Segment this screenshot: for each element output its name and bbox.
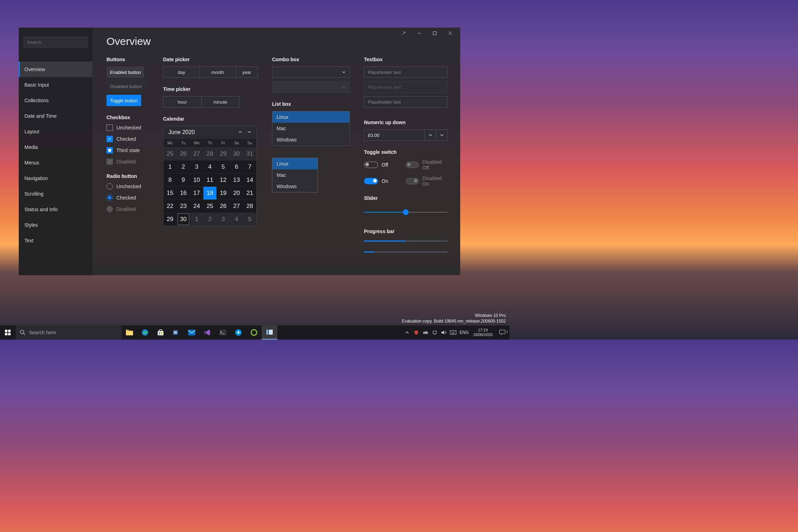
calendar-day[interactable]: 21 (243, 186, 256, 200)
taskbar-edge-icon[interactable] (137, 325, 153, 340)
nav-item-styles[interactable]: Styles (19, 217, 92, 233)
calendar-day[interactable]: 7 (243, 160, 256, 173)
calendar-day[interactable]: 2 (177, 160, 190, 173)
taskbar-terminal-icon[interactable] (215, 325, 231, 340)
calendar-day[interactable]: 30 (177, 213, 190, 226)
calendar-day[interactable]: 28 (203, 147, 217, 160)
listbox-item[interactable]: Linux (272, 111, 349, 123)
listbox-item[interactable]: Linux (272, 158, 318, 169)
nav-item-status-and-info[interactable]: Status and Info (19, 202, 92, 217)
calendar-day[interactable]: 6 (230, 160, 243, 173)
nav-item-scrolling[interactable]: Scrolling (19, 186, 92, 202)
time-picker-hour[interactable]: hour (163, 97, 202, 107)
nav-item-basic-input[interactable]: Basic Input (19, 77, 92, 93)
taskbar-mail-icon[interactable] (184, 325, 200, 340)
calendar-day[interactable]: 26 (216, 200, 230, 213)
calendar-day[interactable]: 31 (243, 147, 256, 160)
tray-language[interactable]: ENG (458, 330, 470, 335)
calendar-day[interactable]: 10 (190, 173, 203, 186)
sidebar-search-input[interactable] (24, 37, 87, 47)
tray-volume-icon[interactable] (439, 325, 449, 340)
nav-item-overview[interactable]: Overview (19, 62, 92, 77)
calendar-day[interactable]: 25 (163, 147, 177, 160)
taskbar-app-blue-icon[interactable] (231, 325, 246, 340)
maximize-button[interactable] (427, 29, 443, 37)
toggle-off[interactable]: Off (364, 159, 406, 170)
listbox-2[interactable]: LinuxMacWindows (272, 158, 318, 192)
taskbar-current-app-icon[interactable] (262, 325, 277, 340)
calendar-day[interactable]: 19 (216, 186, 230, 200)
listbox-1[interactable]: LinuxMacWindows (272, 111, 350, 146)
radio-checked[interactable]: Checked (106, 195, 149, 201)
tray-security-icon[interactable] (412, 325, 421, 340)
calendar-day[interactable]: 18 (203, 186, 217, 200)
calendar-day[interactable]: 24 (190, 200, 203, 213)
nav-item-layout[interactable]: Layout (19, 124, 92, 139)
calendar-day[interactable]: 4 (203, 160, 217, 173)
calendar-day[interactable]: 26 (177, 147, 190, 160)
date-picker-year[interactable]: year (236, 67, 258, 77)
tray-onedrive-icon[interactable] (421, 325, 430, 340)
taskbar-word-icon[interactable]: W (168, 325, 184, 340)
date-picker-month[interactable]: month (200, 67, 236, 77)
tray-clock[interactable]: 17:1918/06/2020 (470, 325, 495, 340)
calendar-day[interactable]: 27 (230, 200, 243, 213)
start-button[interactable] (0, 325, 16, 340)
numeric-updown[interactable]: £0.00 (364, 129, 447, 141)
time-picker[interactable]: hour minute (163, 96, 239, 108)
calendar-day[interactable]: 17 (190, 186, 203, 200)
calendar-day[interactable]: 1 (163, 160, 177, 173)
nav-item-text[interactable]: Text (19, 233, 92, 248)
taskbar-app-green-icon[interactable] (246, 325, 262, 340)
checkbox-unchecked[interactable]: Unchecked (106, 125, 149, 131)
minimize-button[interactable] (411, 29, 427, 37)
calendar-day[interactable]: 5 (243, 213, 256, 226)
taskbar-store-icon[interactable] (153, 325, 168, 340)
calendar-day[interactable]: 5 (216, 160, 230, 173)
listbox-item[interactable]: Mac (272, 169, 318, 181)
calendar-day[interactable]: 11 (203, 173, 217, 186)
calendar-day[interactable]: 3 (216, 213, 230, 226)
time-picker-minute[interactable]: minute (202, 97, 239, 107)
calendar-day[interactable]: 27 (190, 147, 203, 160)
calendar-day[interactable]: 25 (203, 200, 217, 213)
calendar-day[interactable]: 9 (177, 173, 190, 186)
checkbox-third-state[interactable]: Third state (106, 147, 149, 154)
textbox-1[interactable] (364, 66, 447, 78)
enabled-button[interactable]: Enabled button (106, 66, 144, 78)
calendar-day[interactable]: 3 (190, 160, 203, 173)
listbox-item[interactable]: Windows (272, 134, 349, 145)
calendar-prev-icon[interactable] (238, 129, 242, 135)
calendar-title[interactable]: June 2020 (168, 129, 195, 135)
close-button[interactable] (443, 29, 458, 37)
numeric-up-button[interactable] (424, 130, 436, 140)
calendar-day[interactable]: 29 (163, 213, 177, 226)
tray-chevron-up-icon[interactable] (403, 325, 412, 340)
nav-item-menus[interactable]: Menus (19, 155, 92, 170)
tray-keyboard-icon[interactable] (449, 325, 458, 340)
numeric-value[interactable]: £0.00 (364, 130, 424, 140)
slider-thumb[interactable] (403, 209, 409, 215)
calendar-day[interactable]: 2 (203, 213, 217, 226)
nav-item-date-and-time[interactable]: Date and Time (19, 108, 92, 124)
date-picker[interactable]: day month year (163, 66, 258, 78)
nav-item-media[interactable]: Media (19, 139, 92, 155)
calendar-day[interactable]: 8 (163, 173, 177, 186)
calendar-day[interactable]: 20 (230, 186, 243, 200)
calendar-day[interactable]: 12 (216, 173, 230, 186)
calendar-day[interactable]: 13 (230, 173, 243, 186)
calendar-day[interactable]: 28 (243, 200, 256, 213)
textbox-2[interactable] (364, 96, 447, 108)
calendar-day[interactable]: 1 (190, 213, 203, 226)
taskbar-search[interactable]: Search here (16, 325, 122, 340)
back-diagonal-icon[interactable] (396, 29, 411, 37)
toggle-on[interactable]: On (364, 175, 406, 187)
tray-network-icon[interactable] (430, 325, 439, 340)
checkbox-checked[interactable]: ✓Checked (106, 136, 149, 142)
tray-action-center-icon[interactable]: 7 (495, 330, 509, 335)
taskbar-vs-icon[interactable] (200, 325, 215, 340)
calendar-day[interactable]: 22 (163, 200, 177, 213)
radio-unchecked[interactable]: Unchecked (106, 183, 149, 190)
listbox-item[interactable]: Mac (272, 123, 349, 134)
taskbar-explorer-icon[interactable] (122, 325, 137, 340)
